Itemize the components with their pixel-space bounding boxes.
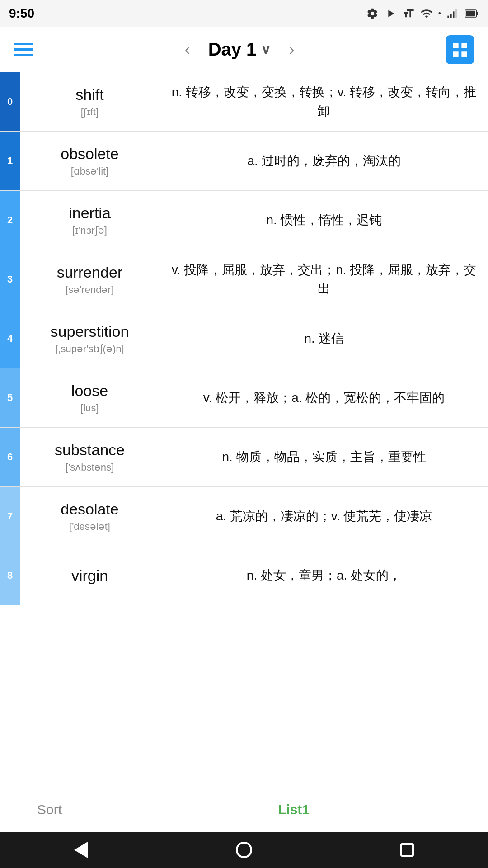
table-row[interactable]: 8 virgin n. 处女，童男；a. 处女的，	[0, 546, 488, 605]
wifi-icon	[420, 7, 433, 20]
table-row[interactable]: 6 substance ['sʌbstəns] n. 物质，物品，实质，主旨，重…	[0, 428, 488, 487]
table-row[interactable]: 7 desolate ['desələt] a. 荒凉的，凄凉的；v. 使荒芜，…	[0, 487, 488, 546]
word-definition-7: a. 荒凉的，凄凉的；v. 使荒芜，使凄凉	[160, 487, 488, 546]
list1-tab[interactable]: List1	[99, 787, 488, 832]
day-title: Day 1	[208, 39, 257, 60]
word-index-8: 8	[0, 546, 20, 605]
bottom-tab-bar: Sort List1	[0, 787, 488, 832]
word-phonetic-0: [ʃɪft]	[81, 106, 99, 118]
word-english-3: surrender	[57, 264, 123, 281]
hamburger-menu[interactable]	[14, 43, 33, 56]
word-english-7: desolate	[61, 500, 119, 518]
word-phonetic-7: ['desələt]	[69, 521, 110, 533]
grid-view-button[interactable]	[446, 35, 474, 64]
play-icon	[384, 7, 397, 20]
word-definition-2: n. 惯性，惰性，迟钝	[160, 191, 488, 250]
table-row[interactable]: 4 superstition [ˌsupər'stɪʃ(ə)n] n. 迷信	[0, 309, 488, 368]
word-list: 0 shift [ʃɪft] n. 转移，改变，变换，转换；v. 转移，改变，转…	[0, 72, 488, 605]
table-row[interactable]: 5 loose [lus] v. 松开，释放；a. 松的，宽松的，不牢固的	[0, 368, 488, 428]
table-row[interactable]: 1 obsolete [ɑbsə'lit] a. 过时的，废弃的，淘汰的	[0, 132, 488, 191]
word-definition-6: n. 物质，物品，实质，主旨，重要性	[160, 428, 488, 486]
status-bar: 9:50 •	[0, 0, 488, 27]
signal-icon	[446, 7, 459, 20]
table-row[interactable]: 0 shift [ʃɪft] n. 转移，改变，变换，转换；v. 转移，改变，转…	[0, 72, 488, 132]
day-selector[interactable]: Day 1 ∨	[208, 39, 271, 60]
word-index-6: 6	[0, 428, 20, 486]
font-icon	[402, 7, 415, 20]
word-english-6: substance	[55, 441, 125, 459]
back-button[interactable]	[74, 842, 88, 858]
word-english-8: virgin	[71, 567, 108, 585]
next-day-button[interactable]: ›	[284, 36, 299, 64]
svg-rect-1	[450, 14, 452, 18]
prev-day-button[interactable]: ‹	[180, 36, 195, 64]
chevron-down-icon: ∨	[261, 42, 271, 57]
word-index-2: 2	[0, 191, 20, 250]
word-english-0: shift	[75, 86, 103, 104]
word-phonetic-4: [ˌsupər'stɪʃ(ə)n]	[55, 343, 124, 355]
sort-tab[interactable]: Sort	[0, 787, 99, 832]
word-definition-8: n. 处女，童男；a. 处女的，	[160, 546, 488, 605]
word-index-4: 4	[0, 309, 20, 368]
word-english-col-1: obsolete [ɑbsə'lit]	[20, 132, 160, 190]
svg-rect-5	[476, 12, 478, 15]
android-nav-bar	[0, 832, 488, 868]
word-phonetic-6: ['sʌbstəns]	[66, 462, 114, 473]
word-phonetic-2: [ɪ'nɜrʃə]	[72, 225, 107, 236]
word-english-col-7: desolate ['desələt]	[20, 487, 160, 546]
word-english-5: loose	[71, 382, 108, 400]
status-time: 9:50	[9, 6, 34, 21]
word-phonetic-1: [ɑbsə'lit]	[71, 165, 109, 177]
table-row[interactable]: 2 inertia [ɪ'nɜrʃə] n. 惯性，惰性，迟钝	[0, 191, 488, 250]
word-english-1: obsolete	[61, 145, 119, 163]
word-index-3: 3	[0, 250, 20, 309]
word-index-7: 7	[0, 487, 20, 546]
word-english-col-4: superstition [ˌsupər'stɪʃ(ə)n]	[20, 309, 160, 368]
table-row[interactable]: 3 surrender [sə'rendər] v. 投降，屈服，放弃，交出；n…	[0, 250, 488, 309]
dot-indicator: •	[438, 9, 441, 19]
word-definition-1: a. 过时的，废弃的，淘汰的	[160, 132, 488, 190]
svg-rect-0	[447, 16, 449, 18]
svg-rect-6	[466, 11, 475, 17]
word-definition-3: v. 投降，屈服，放弃，交出；n. 投降，屈服，放弃，交出	[160, 250, 488, 309]
home-button[interactable]	[236, 842, 252, 858]
svg-rect-2	[453, 11, 455, 18]
gear-icon	[366, 7, 379, 20]
word-phonetic-3: [sə'rendər]	[66, 284, 114, 296]
word-english-col-8: virgin	[20, 546, 160, 605]
word-index-1: 1	[0, 132, 20, 190]
word-english-col-0: shift [ʃɪft]	[20, 72, 160, 131]
svg-rect-3	[455, 9, 457, 18]
word-index-5: 5	[0, 368, 20, 427]
grid-icon	[451, 41, 469, 59]
word-english-2: inertia	[69, 204, 111, 222]
word-english-col-5: loose [lus]	[20, 368, 160, 427]
word-definition-4: n. 迷信	[160, 309, 488, 368]
word-english-col-6: substance ['sʌbstəns]	[20, 428, 160, 486]
word-phonetic-5: [lus]	[80, 402, 99, 414]
word-english-col-2: inertia [ɪ'nɜrʃə]	[20, 191, 160, 250]
word-definition-0: n. 转移，改变，变换，转换；v. 转移，改变，转向，推卸	[160, 72, 488, 131]
battery-icon	[465, 7, 479, 20]
word-index-0: 0	[0, 72, 20, 131]
recents-button[interactable]	[400, 843, 414, 857]
nav-bar: ‹ Day 1 ∨ ›	[0, 27, 488, 72]
word-english-4: superstition	[51, 323, 129, 340]
word-english-col-3: surrender [sə'rendər]	[20, 250, 160, 309]
status-icons: •	[366, 7, 479, 20]
word-definition-5: v. 松开，释放；a. 松的，宽松的，不牢固的	[160, 368, 488, 427]
